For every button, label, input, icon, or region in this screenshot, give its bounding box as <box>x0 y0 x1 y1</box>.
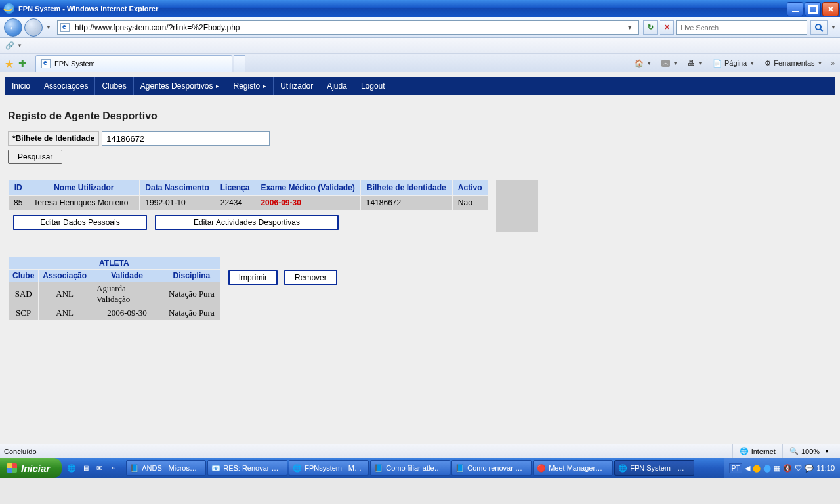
tray-icon[interactable]: 💬 <box>805 464 814 472</box>
svg-line-1 <box>820 29 823 32</box>
tray-icon[interactable]: 🔇 <box>783 464 792 472</box>
nav-history-dropdown[interactable]: ▼ <box>46 24 51 30</box>
tray-icon[interactable]: ⬤ <box>763 464 771 472</box>
language-indicator[interactable]: PT <box>729 463 743 473</box>
cell-bi: 14186672 <box>360 196 452 211</box>
cell-nasc: 1992-01-10 <box>140 196 215 211</box>
ie-icon: 🌐 <box>293 464 302 472</box>
status-bar: Concluído 🌐Internet 🔍100%▼ <box>0 444 840 458</box>
tray-icon[interactable]: ⬤ <box>753 464 761 472</box>
imprimir-button[interactable]: Imprimir <box>228 270 278 285</box>
clock[interactable]: 11:10 <box>816 464 835 472</box>
ie-icon[interactable]: 🌐 <box>66 462 77 474</box>
window-minimize-button[interactable] <box>787 2 803 16</box>
browser-tab[interactable]: FPN System <box>35 55 232 72</box>
ie-logo-icon <box>4 3 14 14</box>
tray-icon[interactable]: 🛡 <box>795 464 802 472</box>
page-menu-button[interactable]: 📄Página▼ <box>709 56 759 70</box>
links-icon[interactable]: 🔗 <box>5 41 14 50</box>
chevron-icon[interactable]: » <box>107 462 119 474</box>
search-button[interactable] <box>810 20 828 35</box>
search-box[interactable] <box>676 20 807 35</box>
cell-nome: Teresa Henriques Monteiro <box>28 196 140 211</box>
tab-row: ★ ✚ FPN System 🏠▼ ෴▼ 🖶▼ 📄Página▼ ⚙Ferram… <box>0 54 840 72</box>
editar-dados-pessoais-button[interactable]: Editar Dados Pessoais <box>13 215 147 230</box>
col-disciplina: Disciplina <box>163 270 220 282</box>
window-close-button[interactable] <box>822 2 839 16</box>
command-bar: 🏠▼ ෴▼ 🖶▼ 📄Página▼ ⚙Ferramentas▼ » <box>631 56 837 70</box>
col-lic: Licença <box>215 180 255 196</box>
add-favorite-icon[interactable]: ✚ <box>18 58 30 70</box>
address-dropdown[interactable]: ▾ <box>625 23 635 32</box>
search-dropdown[interactable]: ▼ <box>831 24 836 30</box>
zoom-icon: 🔍 <box>789 447 799 455</box>
menu-registo[interactable]: Registo▸ <box>226 77 274 94</box>
favorites-icon[interactable]: ★ <box>5 58 16 70</box>
menu-associacoes[interactable]: Associações <box>37 77 95 94</box>
status-zone: 🌐Internet <box>732 444 782 458</box>
menu-clubes[interactable]: Clubes <box>95 77 133 94</box>
start-button[interactable]: Iniciar <box>0 458 62 478</box>
tab-title: FPN System <box>54 60 95 68</box>
search-input[interactable] <box>679 23 804 32</box>
bi-input[interactable] <box>102 131 270 146</box>
window-maximize-button[interactable] <box>805 2 821 16</box>
atleta-table: ATLETA Clube Associação Validade Discipl… <box>8 257 220 320</box>
task-button[interactable]: 🔴Meet Manager… <box>533 460 613 476</box>
printer-icon: 🖶 <box>688 59 695 67</box>
task-button[interactable]: 📘Como filiar atle… <box>370 460 450 476</box>
page-content: Inicio Associações Clubes Agentes Despor… <box>0 72 840 458</box>
window-title: FPN System - Windows Internet Explorer <box>18 5 158 12</box>
address-bar[interactable]: ▾ <box>57 20 639 35</box>
tray-icon[interactable]: ▦ <box>774 464 780 472</box>
cell-exame: 2006-09-30 <box>255 196 360 211</box>
menu-inicio[interactable]: Inicio <box>5 77 37 94</box>
task-button[interactable]: 🌐FPNsystem - M… <box>289 460 369 476</box>
word-icon: 📘 <box>455 464 465 472</box>
remover-button[interactable]: Remover <box>284 270 337 285</box>
menu-logout[interactable]: Logout <box>354 77 392 94</box>
task-button-active[interactable]: 🌐FPN System - … <box>614 460 694 476</box>
col-bi: Bilhete de Identidade <box>360 180 452 196</box>
address-input[interactable] <box>74 22 625 33</box>
table-row: SCP ANL 2006-09-30 Natação Pura <box>9 306 220 320</box>
window-titlebar: FPN System - Windows Internet Explorer <box>0 0 840 17</box>
tools-menu-button[interactable]: ⚙Ferramentas▼ <box>761 56 826 70</box>
editar-actividades-desportivas-button[interactable]: Editar Actividades Desportivas <box>155 215 339 230</box>
col-validade: Validade <box>91 270 163 282</box>
chevron-right-icon: ▸ <box>216 83 219 89</box>
status-text: Concluído <box>4 448 37 455</box>
refresh-button[interactable]: ↻ <box>643 20 658 35</box>
col-activo: Activo <box>452 180 488 196</box>
back-button[interactable]: ← <box>4 18 22 37</box>
windows-logo-icon <box>7 463 17 472</box>
new-tab-button[interactable] <box>234 55 245 72</box>
pesquisar-button[interactable]: Pesquisar <box>8 150 62 164</box>
windows-taskbar: Iniciar 🌐 🖥 ✉ » 📘ANDS - Micros… 📧RES: Re… <box>0 458 840 478</box>
desktop-icon[interactable]: 🖥 <box>79 462 91 474</box>
links-dropdown[interactable]: ▼ <box>17 43 22 49</box>
table-header-row: ID Nome Utilizador Data Nascimento Licen… <box>9 180 488 196</box>
menu-ajuda[interactable]: Ajuda <box>320 77 354 94</box>
globe-icon: 🌐 <box>740 447 749 455</box>
quick-launch: 🌐 🖥 ✉ » <box>62 462 123 474</box>
task-button[interactable]: 📘ANDS - Micros… <box>126 460 206 476</box>
atleta-header: ATLETA <box>9 257 220 270</box>
task-button[interactable]: 📧RES: Renovar … <box>207 460 287 476</box>
app-menubar: Inicio Associações Clubes Agentes Despor… <box>5 77 835 94</box>
photo-placeholder <box>496 180 538 232</box>
stop-button[interactable]: ✕ <box>660 20 674 35</box>
tools-menu-label: Ferramentas <box>774 59 814 67</box>
menu-agentes-desportivos[interactable]: Agentes Desportivos▸ <box>134 77 227 94</box>
forward-button[interactable]: → <box>24 18 43 37</box>
links-bar: 🔗 ▼ <box>0 38 840 54</box>
zoom-control[interactable]: 🔍100%▼ <box>782 444 836 458</box>
tray-icon[interactable]: ◀ <box>745 464 750 472</box>
cmdbar-overflow[interactable]: » <box>828 60 837 67</box>
task-button[interactable]: 📘Como renovar … <box>452 460 532 476</box>
print-button[interactable]: 🖶▼ <box>684 56 707 70</box>
home-button[interactable]: 🏠▼ <box>631 56 656 70</box>
feeds-button[interactable]: ෴▼ <box>658 56 682 70</box>
mail-icon[interactable]: ✉ <box>93 462 105 474</box>
menu-utilizador[interactable]: Utilizador <box>274 77 320 94</box>
